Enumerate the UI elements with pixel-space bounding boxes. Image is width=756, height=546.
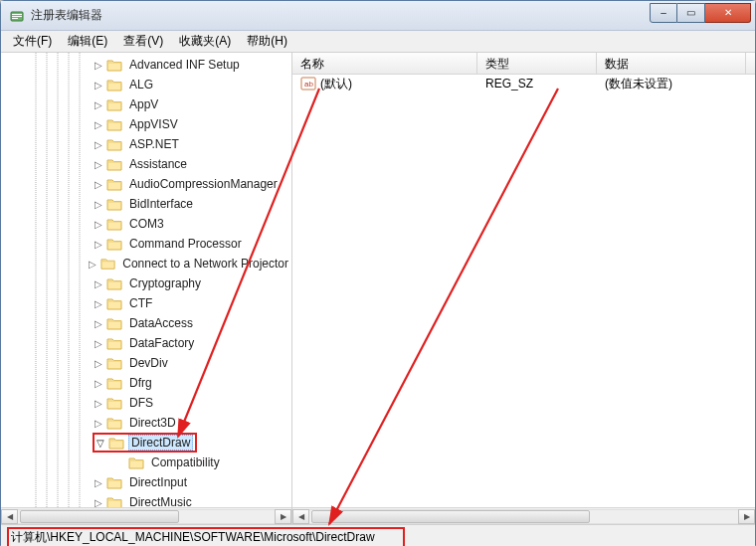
tree-node[interactable]: DataAccess	[1, 313, 291, 333]
scroll-track[interactable]	[309, 509, 738, 524]
col-data[interactable]: 数据	[597, 53, 746, 74]
tree-node[interactable]: Advanced INF Setup	[1, 55, 291, 75]
tree-node[interactable]: DirectDraw	[1, 433, 291, 453]
expand-icon[interactable]	[93, 297, 104, 309]
expand-icon[interactable]	[93, 98, 104, 110]
expand-icon[interactable]	[93, 277, 104, 289]
minimize-button[interactable]: –	[650, 3, 677, 23]
menu-help[interactable]: 帮助(H)	[239, 31, 295, 52]
app-icon	[9, 8, 25, 24]
tree-node[interactable]: Assistance	[1, 154, 291, 174]
titlebar[interactable]: 注册表编辑器 – ▭ ✕	[1, 1, 755, 31]
tree-node[interactable]: ASP.NET	[1, 134, 291, 154]
scroll-right-button[interactable]: ▶	[738, 509, 755, 524]
window-buttons: – ▭ ✕	[650, 3, 751, 23]
collapse-icon[interactable]	[94, 437, 106, 449]
tree-node[interactable]: COM3	[1, 214, 291, 234]
tree-node[interactable]: Direct3D	[1, 413, 291, 433]
tree-node-label[interactable]: Dfrg	[126, 375, 155, 391]
tree-node-label[interactable]: AppV	[126, 96, 161, 112]
tree-node-label[interactable]: Connect to a Network Projector	[119, 256, 291, 272]
tree-node[interactable]: CTF	[1, 293, 291, 313]
expand-icon[interactable]	[93, 158, 104, 170]
tree-node[interactable]: AppV	[1, 94, 291, 114]
splitter[interactable]	[288, 53, 294, 524]
tree-node-label[interactable]: AudioCompressionManager	[126, 176, 281, 192]
expand-icon[interactable]	[93, 59, 104, 71]
tree-node[interactable]: AudioCompressionManager	[1, 174, 291, 194]
expand-icon[interactable]	[93, 337, 104, 349]
expand-icon[interactable]	[93, 238, 104, 250]
menu-file[interactable]: 文件(F)	[5, 31, 60, 52]
expand-icon[interactable]	[93, 198, 104, 210]
expand-icon[interactable]	[93, 357, 104, 369]
tree-node[interactable]: DFS	[1, 393, 291, 413]
expand-icon[interactable]	[93, 397, 104, 409]
tree-node-label[interactable]: DirectDraw	[128, 435, 193, 451]
expand-icon[interactable]	[93, 317, 104, 329]
expand-icon[interactable]	[93, 79, 104, 91]
tree-node-label[interactable]: CTF	[126, 295, 155, 311]
tree-node-label[interactable]: COM3	[126, 216, 167, 232]
tree-node[interactable]: Dfrg	[1, 373, 291, 393]
folder-icon	[106, 177, 122, 191]
scroll-left-button[interactable]: ◀	[1, 509, 18, 524]
tree-node-label[interactable]: Compatibility	[148, 455, 223, 470]
tree-node[interactable]: Connect to a Network Projector	[1, 254, 291, 273]
tree-node[interactable]: AppVISV	[1, 114, 291, 134]
tree-node[interactable]: Compatibility	[1, 453, 291, 472]
tree-node-label[interactable]: ASP.NET	[126, 136, 182, 152]
tree-node-label[interactable]: DFS	[126, 395, 156, 411]
expand-icon[interactable]	[93, 218, 104, 230]
tree-node-label[interactable]: DataFactory	[126, 335, 197, 351]
menu-edit[interactable]: 编辑(E)	[60, 31, 115, 52]
tree-node-label[interactable]: DevDiv	[126, 355, 171, 371]
tree-node-label[interactable]: Assistance	[126, 156, 190, 172]
expand-icon[interactable]	[93, 138, 104, 150]
menu-favorites[interactable]: 收藏夹(A)	[171, 31, 239, 52]
tree-node-label[interactable]: DirectInput	[126, 474, 190, 490]
tree-node[interactable]: DevDiv	[1, 353, 291, 373]
tree-node[interactable]: BidInterface	[1, 194, 291, 214]
values-list[interactable]: ab(默认)REG_SZ(数值未设置)	[292, 75, 755, 507]
close-button[interactable]: ✕	[705, 3, 751, 23]
expand-icon[interactable]	[93, 476, 104, 488]
expand-icon[interactable]	[93, 417, 104, 429]
tree-node[interactable]: DirectMusic	[1, 492, 291, 507]
registry-tree[interactable]: Advanced INF SetupALGAppVAppVISVASP.NETA…	[1, 53, 291, 507]
menu-view[interactable]: 查看(V)	[115, 31, 171, 52]
scroll-left-button[interactable]: ◀	[292, 509, 309, 524]
col-type[interactable]: 类型	[477, 53, 597, 74]
tree-node-label[interactable]: Advanced INF Setup	[126, 57, 243, 73]
tree-node-label[interactable]: DirectMusic	[126, 494, 195, 507]
tree-node-label[interactable]: Cryptography	[126, 275, 204, 291]
tree-node-label[interactable]: DataAccess	[126, 315, 196, 331]
tree-node[interactable]: Cryptography	[1, 273, 291, 293]
scroll-thumb[interactable]	[311, 510, 590, 523]
expand-icon[interactable]	[93, 496, 104, 507]
tree-node-label[interactable]: Direct3D	[126, 415, 179, 431]
col-name[interactable]: 名称	[292, 53, 477, 74]
expand-icon[interactable]	[114, 456, 126, 468]
tree-node[interactable]: ALG	[1, 75, 291, 94]
values-header[interactable]: 名称 类型 数据	[292, 53, 755, 75]
value-row[interactable]: ab(默认)REG_SZ(数值未设置)	[292, 75, 755, 92]
tree-node[interactable]: DirectInput	[1, 472, 291, 492]
scroll-thumb[interactable]	[20, 510, 179, 523]
tree-node[interactable]: DataFactory	[1, 333, 291, 353]
list-hscrollbar[interactable]: ◀ ▶	[292, 507, 755, 524]
tree-node-label[interactable]: Command Processor	[126, 236, 245, 252]
tree-node-label[interactable]: AppVISV	[126, 116, 181, 132]
scroll-track[interactable]	[18, 509, 275, 524]
folder-icon	[108, 436, 124, 450]
tree-scroll[interactable]: Advanced INF SetupALGAppVAppVISVASP.NETA…	[1, 53, 291, 507]
expand-icon[interactable]	[93, 377, 104, 389]
tree-hscrollbar[interactable]: ◀ ▶	[1, 507, 291, 524]
expand-icon[interactable]	[88, 258, 98, 270]
expand-icon[interactable]	[93, 118, 104, 130]
tree-node[interactable]: Command Processor	[1, 234, 291, 254]
tree-node-label[interactable]: ALG	[126, 77, 156, 92]
tree-node-label[interactable]: BidInterface	[126, 196, 196, 212]
maximize-button[interactable]: ▭	[677, 3, 705, 23]
expand-icon[interactable]	[93, 178, 104, 190]
